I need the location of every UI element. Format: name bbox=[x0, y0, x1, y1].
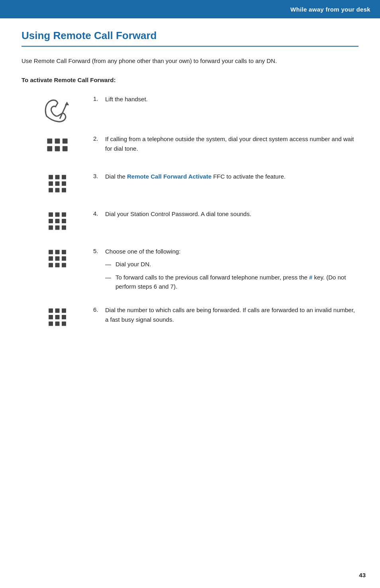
svg-marker-1 bbox=[65, 102, 69, 105]
svg-rect-30 bbox=[55, 256, 60, 261]
step-row-4: 4. Dial your Station Control Password. A… bbox=[22, 209, 358, 236]
svg-rect-29 bbox=[49, 256, 53, 261]
step-5-sub-list: — Dial your DN. — To forward calls to th… bbox=[105, 260, 358, 291]
header-title: While away from your desk bbox=[290, 6, 370, 13]
svg-rect-40 bbox=[62, 315, 66, 319]
svg-rect-39 bbox=[55, 315, 60, 319]
svg-rect-23 bbox=[49, 226, 53, 230]
step-1-icon-col bbox=[22, 94, 93, 124]
dash-icon-2: — bbox=[105, 273, 112, 282]
step-1-text: Lift the handset. bbox=[105, 94, 358, 104]
step-5-num: 5. bbox=[93, 247, 105, 254]
svg-rect-31 bbox=[62, 256, 66, 261]
page-footer: 43 bbox=[359, 572, 366, 578]
svg-rect-18 bbox=[55, 212, 60, 217]
svg-rect-12 bbox=[55, 181, 60, 186]
svg-rect-32 bbox=[49, 263, 53, 267]
step-row-2: 2. If calling from a telephone outside t… bbox=[22, 134, 358, 161]
svg-rect-7 bbox=[63, 146, 68, 151]
svg-rect-11 bbox=[49, 181, 53, 186]
svg-rect-35 bbox=[49, 309, 53, 313]
sub-text-1: Dial your DN. bbox=[116, 260, 151, 269]
keypad-medium-icon-6 bbox=[45, 307, 70, 332]
step-2-icon-col bbox=[22, 134, 93, 161]
step-row-3: 3. Dial the Remote Call Forward Activate… bbox=[22, 172, 358, 199]
sub-text-2: To forward calls to the previous call fo… bbox=[116, 273, 358, 291]
svg-rect-15 bbox=[55, 188, 60, 193]
keypad-medium-icon-3 bbox=[45, 173, 70, 199]
phone-up-icon bbox=[41, 96, 73, 124]
header-bar: While away from your desk bbox=[0, 0, 380, 18]
keypad-medium-icon-5 bbox=[45, 248, 70, 274]
svg-rect-9 bbox=[55, 175, 60, 179]
svg-rect-38 bbox=[49, 315, 53, 319]
step-1-num: 1. bbox=[93, 94, 105, 102]
svg-rect-43 bbox=[62, 322, 66, 326]
step-3-highlight: Remote Call Forward Activate bbox=[127, 173, 212, 180]
step-6-text: Dial the number to which calls are being… bbox=[105, 305, 358, 324]
svg-rect-24 bbox=[55, 226, 60, 230]
keypad-small-icon bbox=[45, 136, 70, 161]
steps-container: 1. Lift the handset. 2. If calling from … bbox=[22, 94, 358, 343]
step-3-num: 3. bbox=[93, 172, 105, 179]
svg-rect-14 bbox=[49, 188, 53, 193]
svg-rect-28 bbox=[62, 250, 66, 254]
svg-rect-4 bbox=[63, 139, 68, 144]
svg-rect-26 bbox=[49, 250, 53, 254]
step-row-6: 6. Dial the number to which calls are be… bbox=[22, 305, 358, 332]
svg-rect-16 bbox=[62, 188, 66, 193]
svg-rect-17 bbox=[49, 212, 53, 217]
svg-rect-22 bbox=[62, 219, 66, 223]
svg-rect-36 bbox=[55, 309, 60, 313]
step-5-icon-col bbox=[22, 247, 93, 274]
svg-rect-6 bbox=[55, 146, 60, 151]
step-4-text: Dial your Station Control Password. A di… bbox=[105, 209, 358, 218]
svg-rect-41 bbox=[49, 322, 53, 326]
dash-icon-1: — bbox=[105, 260, 112, 269]
step-6-num: 6. bbox=[93, 305, 105, 313]
step-5-text: Choose one of the following: — Dial your… bbox=[105, 247, 358, 295]
step-2-text: If calling from a telephone outside the … bbox=[105, 134, 358, 153]
step-row-5: 5. Choose one of the following: — Dial y… bbox=[22, 247, 358, 295]
step-4-num: 4. bbox=[93, 209, 105, 217]
svg-rect-20 bbox=[49, 219, 53, 223]
title-underline bbox=[22, 46, 358, 47]
page-content: Using Remote Call Forward Use Remote Cal… bbox=[0, 18, 380, 375]
svg-rect-34 bbox=[62, 263, 66, 267]
svg-rect-21 bbox=[55, 219, 60, 223]
svg-rect-19 bbox=[62, 212, 66, 217]
sub-list-item-1: — Dial your DN. bbox=[105, 260, 358, 269]
section-title: Using Remote Call Forward bbox=[22, 29, 358, 42]
step-3-icon-col bbox=[22, 172, 93, 199]
step-6-icon-col bbox=[22, 305, 93, 332]
svg-rect-37 bbox=[62, 309, 66, 313]
sub-list-item-2: — To forward calls to the previous call … bbox=[105, 273, 358, 291]
svg-rect-42 bbox=[55, 322, 60, 326]
svg-rect-8 bbox=[49, 175, 53, 179]
step-3-text: Dial the Remote Call Forward Activate FF… bbox=[105, 172, 358, 181]
hash-highlight: # bbox=[309, 274, 312, 281]
sub-heading: To activate Remote Call Forward: bbox=[22, 77, 358, 83]
page-number: 43 bbox=[359, 572, 366, 578]
intro-text: Use Remote Call Forward (from any phone … bbox=[22, 56, 358, 65]
svg-rect-10 bbox=[62, 175, 66, 179]
svg-rect-25 bbox=[62, 226, 66, 230]
step-row-1: 1. Lift the handset. bbox=[22, 94, 358, 124]
keypad-medium-icon-4 bbox=[45, 211, 70, 236]
step-2-num: 2. bbox=[93, 134, 105, 142]
svg-rect-13 bbox=[62, 181, 66, 186]
svg-rect-5 bbox=[47, 146, 52, 151]
svg-rect-2 bbox=[47, 139, 52, 144]
svg-rect-27 bbox=[55, 250, 60, 254]
svg-rect-3 bbox=[55, 139, 60, 144]
step-4-icon-col bbox=[22, 209, 93, 236]
svg-rect-33 bbox=[55, 263, 60, 267]
